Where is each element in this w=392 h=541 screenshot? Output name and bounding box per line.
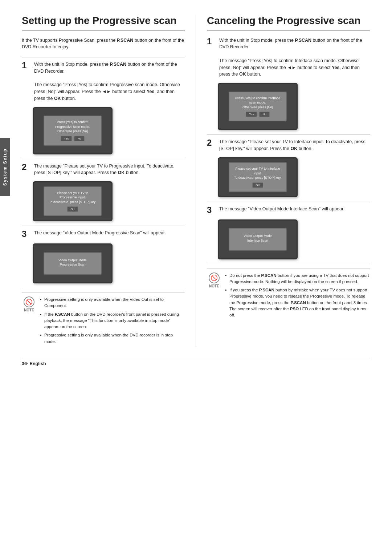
left-note-3: Progressive setting is only available wh…	[40, 332, 185, 345]
right-screen-3-text: Video Output ModeInterlace Scan	[234, 234, 282, 243]
right-screen-2-text: Please set your TV to Interlace input.To…	[234, 166, 282, 180]
right-screen-2: Please set your TV to Interlace input.To…	[218, 157, 298, 197]
left-screen-1: Press [Yes] to confirm Progressive scan …	[33, 107, 113, 154]
right-note-2: If you press the P.SCAN button by mistak…	[225, 287, 370, 318]
left-note-2: If the P.SCAN button on the DVD recorder…	[40, 311, 185, 330]
right-screen-3-inner: Video Output ModeInterlace Scan	[229, 228, 287, 251]
left-screen-2: Please set your TV to Progressive input.…	[33, 181, 113, 221]
right-screen-1: Press [Yes] to confirm Interlace scan mo…	[218, 83, 298, 130]
left-screen-3: Video Output ModeProgressive Scan	[33, 243, 113, 283]
right-screen-1-inner: Press [Yes] to confirm Interlace scan mo…	[229, 92, 287, 122]
right-step-2-content: The message "Please set your TV to Inter…	[219, 138, 370, 152]
right-step-1: 1 With the unit in Stop mode, press the …	[207, 37, 370, 78]
right-notes-section: 🚫 NOTE Do not press the P.SCAN button if…	[207, 269, 370, 321]
left-notes-section: 🚫 NOTE Progressive setting is only avail…	[22, 292, 185, 347]
page-footer: 36- English	[22, 358, 370, 366]
page-footer-text: 36- English	[22, 361, 46, 366]
left-screen-ok-btn: OK	[67, 206, 78, 212]
left-step-number-2: 2	[22, 163, 30, 171]
left-screen-1-text1: Press [Yes] to confirm Progressive scan …	[49, 120, 97, 134]
left-screen-3-text: Video Output ModeProgressive Scan	[49, 258, 97, 267]
left-note-icon: 🚫	[24, 296, 34, 307]
left-step-2-content: The message "Please set your TV to Progr…	[34, 163, 185, 177]
right-step-3-content: The message "Video Output Mode Interlace…	[219, 206, 370, 213]
right-screen-btn-yes: Yes	[246, 112, 257, 117]
right-note-label: NOTE	[209, 284, 219, 288]
left-step-2: 2 The message "Please set your TV to Pro…	[22, 163, 185, 177]
left-screen-btn-yes: Yes	[61, 136, 72, 141]
step-number-1: 1	[22, 61, 30, 70]
left-screen-btn-no: No	[74, 136, 84, 141]
left-step-3: 3 The message "Video Output Mode Progres…	[22, 230, 185, 238]
left-intro: If the TV supports Progressive Scan, pre…	[22, 37, 185, 51]
right-step-3: 3 The message "Video Output Mode Interla…	[207, 206, 370, 214]
left-note-1: Progressive setting is only available wh…	[40, 296, 185, 309]
right-screen-3: Video Output ModeInterlace Scan	[218, 219, 298, 259]
left-screen-2-buttons: OK	[49, 206, 97, 212]
right-column: Canceling the Progressive scan 1 With th…	[196, 15, 370, 347]
left-note-icon-wrap: 🚫 NOTE	[22, 296, 36, 312]
right-screen-2-inner: Please set your TV to Interlace input.To…	[229, 162, 287, 192]
left-step-3-content: The message "Video Output Mode Progressi…	[34, 230, 185, 237]
left-section-title: Setting up the Progressive scan	[22, 15, 185, 31]
left-step-number-3: 3	[22, 230, 30, 238]
right-screen-btn-no: No	[259, 112, 269, 117]
left-screen-2-inner: Please set your TV to Progressive input.…	[44, 186, 102, 217]
right-section-title: Canceling the Progressive scan	[207, 15, 370, 31]
right-step-number-3: 3	[207, 206, 216, 214]
right-note-icon: 🚫	[209, 272, 220, 283]
left-screen-2-text: Please set your TV to Progressive input.…	[49, 191, 97, 205]
page-wrapper: Setting up the Progressive scan If the T…	[0, 0, 392, 541]
right-screen-1-text: Press [Yes] to confirm Interlace scan mo…	[234, 96, 282, 110]
left-step-1-content: With the unit in Stop mode, press the P.…	[34, 61, 185, 102]
right-note-1: Do not press the P.SCAN button if you ar…	[225, 272, 370, 285]
right-screen-2-buttons: OK	[234, 182, 282, 188]
left-note-label: NOTE	[24, 308, 34, 312]
right-screen-1-buttons: Yes No	[234, 112, 282, 117]
left-step-1: 1 With the unit in Stop mode, press the …	[22, 61, 185, 102]
left-screen-1-inner: Press [Yes] to confirm Progressive scan …	[44, 116, 102, 146]
left-screen-3-inner: Video Output ModeProgressive Scan	[44, 252, 102, 275]
left-notes-list: Progressive setting is only available wh…	[40, 296, 185, 347]
right-notes-list: Do not press the P.SCAN button if you ar…	[225, 272, 370, 321]
left-column: Setting up the Progressive scan If the T…	[22, 15, 196, 347]
right-note-icon-wrap: 🚫 NOTE	[207, 272, 221, 288]
main-columns: Setting up the Progressive scan If the T…	[22, 15, 370, 347]
right-step-2: 2 The message "Please set your TV to Int…	[207, 138, 370, 152]
right-step-1-content: With the unit in Stop mode, press the P.…	[219, 37, 370, 78]
right-step-number-2: 2	[207, 138, 216, 147]
left-screen-1-buttons: Yes No	[49, 136, 97, 141]
right-screen-ok-btn: OK	[252, 182, 263, 188]
right-step-number-1: 1	[207, 37, 216, 46]
